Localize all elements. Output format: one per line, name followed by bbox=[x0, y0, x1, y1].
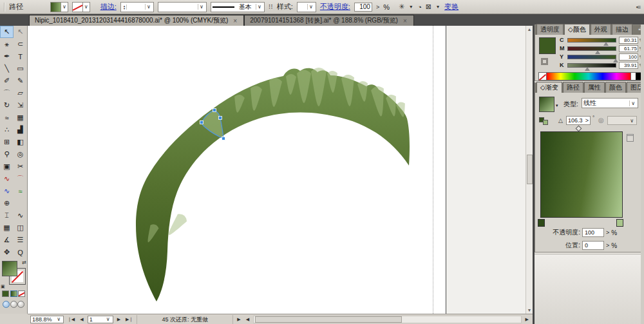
artwork-svg[interactable] bbox=[28, 26, 533, 314]
artboard-tool[interactable]: ⊕ bbox=[0, 197, 14, 209]
none-swatch-icon[interactable] bbox=[539, 73, 547, 80]
gradient-opacity-input[interactable]: 100 bbox=[582, 228, 604, 237]
spectrum-ramp[interactable] bbox=[547, 73, 630, 80]
horizontal-scroll-thumb[interactable] bbox=[255, 316, 402, 323]
hand-tool[interactable]: ✥ bbox=[0, 246, 14, 258]
channel-value-input[interactable]: 100 bbox=[619, 53, 638, 61]
location-stepper[interactable]: > bbox=[606, 242, 609, 249]
channel-value-input[interactable]: 39.91 bbox=[619, 62, 638, 69]
first-artboard-button[interactable]: ❘◀ bbox=[66, 317, 76, 322]
mesh-tool[interactable]: ⊞ bbox=[0, 136, 14, 148]
default-fill-stroke-icon[interactable]: ▣ bbox=[1, 284, 5, 289]
stroke-panel-link[interactable]: 描边: bbox=[100, 2, 117, 12]
color-tab-颜色[interactable]: ◇颜色 bbox=[564, 24, 590, 35]
anchor-point[interactable] bbox=[222, 137, 225, 140]
channel-value-input[interactable]: 80.31 bbox=[619, 37, 638, 44]
lasso-tool[interactable]: ⊂ bbox=[14, 38, 27, 50]
gradient-stop-dark[interactable] bbox=[538, 219, 545, 227]
opacity-link[interactable]: 不透明度: bbox=[320, 2, 350, 12]
status-flyout-icon[interactable]: ▶ bbox=[236, 317, 242, 322]
anchor-point[interactable] bbox=[200, 121, 204, 124]
canvas[interactable]: ▲ ▼ bbox=[28, 26, 533, 314]
last-artboard-button[interactable]: ▶❘ bbox=[124, 317, 134, 322]
opacity-input[interactable]: 100 bbox=[354, 3, 372, 12]
zoom-level-combo[interactable]: 188.8% ∨ bbox=[30, 316, 64, 323]
grid-tool[interactable]: ▦ bbox=[0, 222, 14, 234]
shaper-tool[interactable]: ⌒ bbox=[14, 173, 27, 185]
gradient-tab-渐变[interactable]: ◇渐变 bbox=[536, 82, 562, 93]
swap-fill-stroke-icon[interactable]: ⇄ bbox=[22, 260, 26, 265]
gradient-mode-button[interactable] bbox=[10, 291, 17, 297]
gradient-preset-dd-icon[interactable]: ▾ bbox=[556, 103, 558, 108]
color-tab-描边[interactable]: 描边 bbox=[612, 24, 632, 35]
brush-definition-combo[interactable]: ∨ bbox=[158, 2, 207, 12]
control-bar-menu-icon[interactable]: ▪≡ bbox=[636, 4, 640, 10]
none-mode-button[interactable] bbox=[18, 291, 25, 297]
gradient-tool[interactable]: ◧ bbox=[14, 136, 27, 148]
color-tab-透明度[interactable]: 透明度 bbox=[536, 24, 564, 35]
selection-tool[interactable]: ↖ bbox=[0, 26, 14, 38]
angle-stepper[interactable]: > bbox=[585, 117, 589, 124]
normal-screen-mode-button[interactable] bbox=[3, 301, 10, 308]
columns-tool[interactable]: ☰ bbox=[14, 234, 27, 246]
gradient-stop-light[interactable] bbox=[616, 219, 623, 227]
slice-tool[interactable]: ✂ bbox=[14, 160, 27, 173]
scale-tool[interactable]: ⇲ bbox=[14, 99, 27, 111]
symbol-sprayer-tool[interactable]: ∴ bbox=[0, 124, 14, 136]
rotate-view-icon[interactable]: ◔ bbox=[417, 3, 422, 11]
document-tab-1[interactable]: Nipic_1018410_20131203144416878000.ai* @… bbox=[29, 15, 244, 26]
smooth-tool[interactable]: ⌒ bbox=[0, 87, 14, 99]
fill-color-proxy[interactable] bbox=[539, 37, 556, 54]
opacity-stepper[interactable]: > bbox=[376, 4, 379, 10]
wrinkle-tool[interactable]: ∿ bbox=[14, 209, 27, 222]
pen-tool[interactable]: ✒ bbox=[0, 50, 14, 62]
gradient-slider-area[interactable] bbox=[540, 131, 623, 218]
magic-wand-tool[interactable]: ⚹ bbox=[0, 38, 14, 50]
style-combo[interactable]: ∨ bbox=[297, 2, 316, 12]
color-tab-外观[interactable]: 外观 bbox=[591, 24, 611, 35]
opacity-stepper[interactable]: > bbox=[606, 229, 609, 236]
next-artboard-button[interactable]: ▶ bbox=[116, 317, 122, 322]
gradient-tab-颜色[interactable]: 颜色 bbox=[605, 82, 626, 93]
width-tool[interactable]: ∿ bbox=[0, 173, 14, 185]
live-paint-bucket-tool[interactable]: ▣ bbox=[0, 160, 14, 173]
stroke-weight-combo[interactable]: ▴▾ ∨ bbox=[120, 2, 154, 12]
fullscreen-mode-button[interactable] bbox=[17, 301, 24, 308]
rectangle-tool[interactable]: ▭ bbox=[14, 62, 27, 75]
shear-tool[interactable]: ◫ bbox=[14, 222, 27, 234]
align-options-icon[interactable]: ⊠ bbox=[426, 3, 431, 11]
warp-tool[interactable]: ≈ bbox=[0, 111, 14, 124]
color-mode-button[interactable] bbox=[2, 291, 9, 297]
gradient-midpoint-marker[interactable] bbox=[576, 126, 582, 132]
measure-tool[interactable]: ∡ bbox=[0, 234, 14, 246]
transform-link[interactable]: 变换 bbox=[444, 2, 459, 12]
line-style-combo[interactable]: 基本 ∨ bbox=[211, 2, 265, 12]
hscroll-left-icon[interactable]: ◀ bbox=[245, 317, 251, 322]
scroll-down-icon[interactable]: ▼ bbox=[526, 307, 533, 314]
channel-slider[interactable] bbox=[567, 46, 616, 51]
black-swatch[interactable] bbox=[636, 73, 641, 80]
channel-slider[interactable] bbox=[567, 38, 616, 43]
gradient-swatch[interactable] bbox=[539, 97, 554, 112]
gradient-location-input[interactable]: 0 bbox=[582, 241, 604, 250]
scroll-up-icon[interactable]: ▲ bbox=[526, 26, 533, 33]
blend-tool[interactable]: ◎ bbox=[14, 148, 27, 160]
chevron-down-icon[interactable]: ▾ bbox=[408, 4, 413, 10]
anchor-point[interactable] bbox=[213, 109, 216, 112]
chevron-down-icon[interactable]: ▾ bbox=[435, 4, 440, 10]
prev-artboard-button[interactable]: ◀ bbox=[79, 317, 84, 322]
horizontal-scrollbar[interactable] bbox=[253, 316, 522, 323]
reshape-tool[interactable]: ⌶ bbox=[0, 209, 14, 222]
slider-thumb[interactable] bbox=[585, 67, 590, 71]
channel-value-input[interactable]: 61.75 bbox=[619, 45, 638, 52]
type-tool[interactable]: T bbox=[14, 50, 27, 62]
line-segment-tool[interactable]: ╲ bbox=[0, 62, 14, 75]
delete-stop-icon[interactable] bbox=[627, 134, 634, 142]
channel-slider[interactable] bbox=[567, 55, 616, 59]
close-icon[interactable]: × bbox=[402, 17, 408, 25]
fill-color-picker[interactable]: ∨ bbox=[50, 2, 68, 12]
anchor-point[interactable] bbox=[219, 117, 222, 120]
vertical-scrollbar[interactable]: ▲ ▼ bbox=[526, 26, 533, 314]
close-icon[interactable]: × bbox=[232, 17, 238, 25]
gradient-type-combo[interactable]: 线性 ∨ bbox=[582, 98, 638, 108]
